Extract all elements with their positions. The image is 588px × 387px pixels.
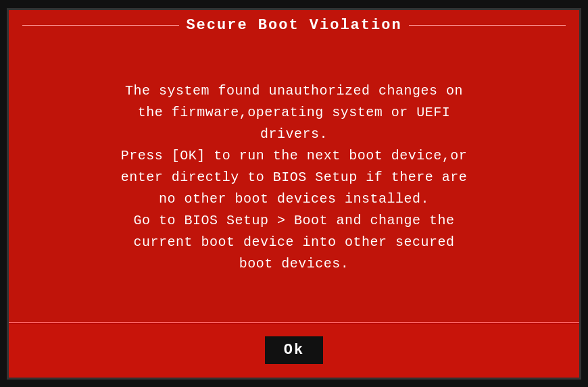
button-area: Ok xyxy=(9,324,579,378)
message-line6: no other boot devices installed. xyxy=(159,191,429,207)
message-line4: Press [OK] to run the next boot device,o… xyxy=(121,148,468,163)
message-area: The system found unauthorized changes on… xyxy=(9,41,579,322)
message-text: The system found unauthorized changes on… xyxy=(121,80,468,275)
message-line2: the firmware,operating system or UEFI xyxy=(138,105,451,120)
message-line1: The system found unauthorized changes on xyxy=(125,83,463,99)
message-line8: current boot device into other secured xyxy=(133,234,454,250)
message-line3: drivers. xyxy=(260,126,328,142)
message-line7: Go to BIOS Setup > Boot and change the xyxy=(133,213,454,228)
secure-boot-violation-screen: Secure Boot Violation The system found u… xyxy=(7,8,581,380)
title-line-left xyxy=(22,25,179,26)
message-line5: enter directly to BIOS Setup if there ar… xyxy=(121,170,468,185)
ok-button[interactable]: Ok xyxy=(265,336,323,364)
message-line9: boot devices. xyxy=(239,256,349,272)
title-bar: Secure Boot Violation xyxy=(9,10,579,41)
title-line-right xyxy=(409,25,566,26)
dialog-title: Secure Boot Violation xyxy=(186,17,401,34)
